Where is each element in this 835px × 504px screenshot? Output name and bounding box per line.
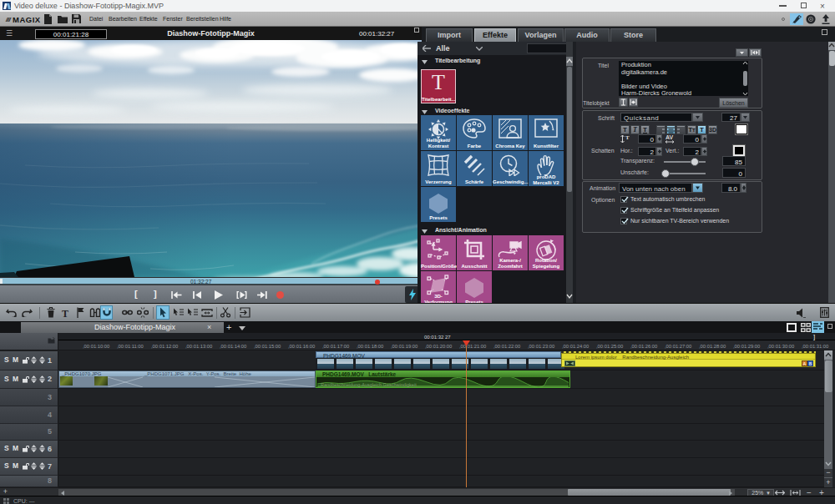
- svg-text:T: T: [625, 134, 630, 141]
